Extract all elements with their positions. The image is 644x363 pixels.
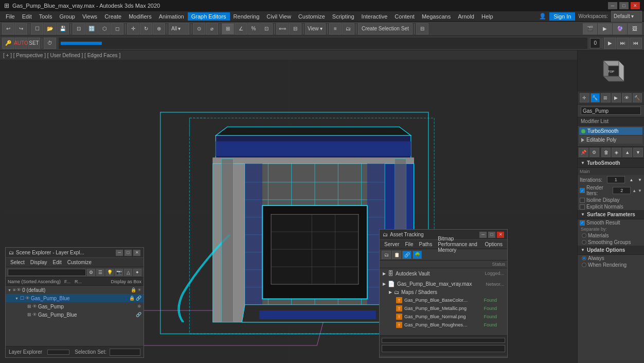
- at-list-btn[interactable]: 📋: [392, 251, 401, 259]
- play-animation-button[interactable]: ▶: [604, 38, 616, 49]
- at-menu-paths[interactable]: Paths: [417, 241, 435, 248]
- menu-help[interactable]: Help: [478, 12, 497, 21]
- percent-snap-button[interactable]: %: [247, 23, 260, 34]
- selection-set-input[interactable]: [110, 349, 140, 356]
- menu-tools[interactable]: Tools: [35, 12, 56, 21]
- at-link-btn[interactable]: 🔗: [402, 251, 412, 259]
- reference-coord-dropdown[interactable]: All▾: [169, 23, 189, 34]
- snap-toggle-button[interactable]: ⊞: [222, 23, 234, 34]
- ribbon-button[interactable]: ⊟: [416, 23, 428, 34]
- spin-down-icon[interactable]: ▼: [638, 188, 642, 193]
- at-tree-btn[interactable]: 🌳: [413, 251, 422, 259]
- modifier-editable-poly[interactable]: Editable Poly: [579, 136, 642, 144]
- angle-snap-button[interactable]: ∠: [235, 23, 247, 34]
- close-button[interactable]: ✕: [497, 232, 504, 238]
- smoothing-groups-radio-btn[interactable]: [582, 240, 586, 245]
- menu-edit[interactable]: Edit: [19, 12, 35, 21]
- se-light-btn[interactable]: 💡: [105, 269, 114, 276]
- list-item[interactable]: T Gas_Pump_Blue_Roughness.png Found: [388, 321, 505, 329]
- pivot-button[interactable]: ⊙: [193, 23, 205, 34]
- insp-utilities-btn[interactable]: 🔨: [633, 93, 642, 102]
- at-group-header[interactable]: ▶ 🗄 Autodesk Vault Logged...: [382, 269, 505, 278]
- spin-up-icon[interactable]: ▲: [632, 188, 636, 193]
- menu-customize[interactable]: Customize: [295, 12, 329, 21]
- minimize-button[interactable]: ─: [608, 2, 617, 9]
- close-button[interactable]: ✕: [133, 250, 140, 256]
- select-by-name-button[interactable]: 🔡: [85, 23, 98, 34]
- view-dropdown[interactable]: View▾: [305, 23, 326, 34]
- at-group-header[interactable]: ▶ 📄 Gas_Pump_Blue_max_vray.max Networ...: [382, 280, 505, 288]
- menu-rendering[interactable]: Rendering: [230, 12, 263, 21]
- turbosmooth-header[interactable]: ▼ TurboSmooth: [578, 159, 644, 168]
- at-menu-server[interactable]: Server: [382, 241, 402, 248]
- make-unique-btn[interactable]: ◈: [612, 148, 621, 157]
- update-options-header[interactable]: ▼ Update Options: [578, 246, 644, 255]
- modifier-turbosmooth[interactable]: TurboSmooth: [579, 127, 642, 135]
- layer-manager-button[interactable]: ≡: [329, 23, 342, 34]
- at-menu-bitmap[interactable]: Bitmap Performance and Memory: [435, 235, 481, 253]
- maximize-button[interactable]: □: [124, 250, 132, 256]
- auto-key-button[interactable]: AUTO: [15, 38, 27, 49]
- se-helper-btn[interactable]: ✦: [133, 269, 141, 276]
- menu-group[interactable]: Group: [56, 12, 79, 21]
- menu-scripting[interactable]: Scripting: [329, 12, 358, 21]
- minimize-button[interactable]: ─: [116, 250, 123, 256]
- insp-hierarchy-btn[interactable]: ⊞: [601, 93, 611, 102]
- new-scene-button[interactable]: ☐: [31, 23, 43, 34]
- configure-btn[interactable]: ⚙: [589, 148, 599, 157]
- surface-params-header[interactable]: ▼ Surface Parameters: [578, 210, 644, 219]
- menu-megascans[interactable]: Megascans: [418, 12, 454, 21]
- keyboard-shortcut-override[interactable]: ⌀: [206, 23, 218, 34]
- insp-motion-btn[interactable]: ▶: [612, 93, 621, 102]
- scene-explorer-button[interactable]: 🗂: [342, 23, 354, 34]
- list-item[interactable]: ⊞ 👁 Gas_Pump_Blue 🔗: [6, 310, 144, 319]
- object-name-input[interactable]: [581, 107, 641, 115]
- set-key-button[interactable]: SET: [28, 38, 40, 49]
- move-up-btn[interactable]: ▲: [622, 148, 632, 157]
- move-down-btn[interactable]: ▼: [633, 148, 643, 157]
- redo-button[interactable]: ↪: [15, 23, 27, 34]
- se-expand-btn[interactable]: ☰: [96, 269, 104, 276]
- scale-button[interactable]: ⊕: [153, 23, 165, 34]
- se-shape-btn[interactable]: △: [124, 269, 132, 276]
- render-setup-button[interactable]: 🎬: [583, 23, 597, 34]
- open-button[interactable]: 📂: [44, 23, 56, 34]
- at-search-input[interactable]: [382, 345, 505, 352]
- render-button[interactable]: ▶: [598, 23, 612, 34]
- list-item[interactable]: T Gas_Pump_Blue_BaseColor.png Found: [388, 296, 505, 304]
- menu-views[interactable]: Views: [79, 12, 101, 21]
- materials-radio-btn[interactable]: [582, 233, 586, 238]
- se-menu-select[interactable]: Select: [8, 259, 27, 266]
- always-radio-btn[interactable]: [582, 256, 586, 261]
- menu-create[interactable]: Create: [101, 12, 125, 21]
- menu-file[interactable]: File: [2, 12, 19, 21]
- smooth-result-checkbox[interactable]: ✓: [580, 220, 585, 226]
- material-editor-button[interactable]: 🔮: [613, 23, 627, 34]
- undo-button[interactable]: ↩: [2, 23, 14, 34]
- menu-interactive[interactable]: Interactive: [358, 12, 391, 21]
- menu-modifiers[interactable]: Modifiers: [125, 12, 155, 21]
- se-menu-display[interactable]: Display: [28, 259, 50, 266]
- frame-counter[interactable]: 0: [590, 38, 600, 48]
- se-menu-customize[interactable]: Customize: [65, 259, 94, 266]
- workspace-dropdown[interactable]: Default ▾: [611, 11, 642, 22]
- spin-up-icon[interactable]: ▲: [629, 178, 633, 182]
- when-rendering-radio-btn[interactable]: [582, 263, 586, 267]
- list-item[interactable]: ⊞ 👁 Gas_Pump ❄: [6, 302, 144, 310]
- select-button[interactable]: ⊡: [73, 23, 85, 34]
- list-item[interactable]: T Gas_Pump_Blue_Metallic.png Found: [388, 304, 505, 313]
- se-filter-btn[interactable]: ⚙: [87, 269, 95, 276]
- close-button[interactable]: ✕: [631, 2, 640, 9]
- at-menu-file[interactable]: File: [402, 241, 416, 248]
- spin-down-icon[interactable]: ▼: [638, 178, 642, 182]
- se-menu-edit[interactable]: Edit: [50, 259, 64, 266]
- render-iters-checkbox[interactable]: ✓: [580, 188, 585, 193]
- select-region-button[interactable]: ⬡: [98, 23, 111, 34]
- sign-in-button[interactable]: Sign In: [549, 12, 575, 21]
- menu-civil-view[interactable]: Civil View: [263, 12, 294, 21]
- menu-animation[interactable]: Animation: [155, 12, 188, 21]
- time-config-button[interactable]: ⏱: [44, 38, 56, 49]
- save-button[interactable]: 💾: [57, 23, 69, 34]
- pin-btn[interactable]: 📌: [579, 148, 588, 157]
- align-button[interactable]: ⊟: [289, 23, 301, 34]
